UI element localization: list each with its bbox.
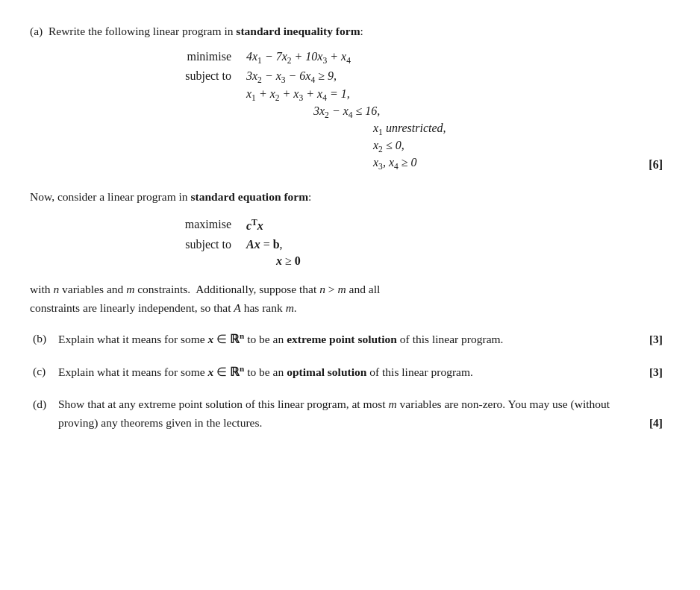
part-a-marks: [6] xyxy=(649,158,663,172)
part-b-label: (b) xyxy=(30,330,58,349)
maximise-row: maximise cTx xyxy=(164,218,663,233)
part-a-colon: : xyxy=(360,25,363,37)
part-d-label: (d) xyxy=(30,395,58,433)
part-a: (a) Rewrite the following linear program… xyxy=(30,22,663,172)
constraint-3-row: 3x2 − x4 ≤ 16, xyxy=(164,104,663,119)
constraint-6-indent2 xyxy=(313,156,373,171)
part-a-intro: Rewrite the following linear program in xyxy=(49,25,236,37)
constraint-4: x1 unrestricted, xyxy=(373,122,446,136)
part-d-m: m xyxy=(389,398,397,410)
part-d: (d) Show that at any extreme point solut… xyxy=(30,395,663,433)
part-b-extreme: extreme point solution xyxy=(287,333,397,345)
part-b-x: x xyxy=(208,333,214,345)
constraint-6-row: x3, x4 ≥ 0 xyxy=(164,156,663,171)
constraint-4-row: x1 unrestricted, xyxy=(164,122,663,136)
part-c-content: Explain what it means for some x ∈ ℝn to… xyxy=(58,363,663,382)
n-var: n xyxy=(53,283,59,295)
part-c-rn: ℝn xyxy=(230,365,244,378)
A-var: A xyxy=(234,301,240,314)
eq-subject-to-keyword: subject to xyxy=(164,238,246,251)
constraint-5-indent xyxy=(246,139,313,154)
part-b-content: Explain what it means for some x ∈ ℝn to… xyxy=(58,330,663,349)
section-bold: standard equation form xyxy=(191,190,309,203)
part-b: (b) Explain what it means for some x ∈ ℝ… xyxy=(30,330,663,349)
minimise-expr: 4x1 − 7x2 + 10x3 + x4 xyxy=(246,50,351,65)
minimise-row: minimise 4x1 − 7x2 + 10x3 + x4 xyxy=(164,50,663,65)
constraint-4-indent2 xyxy=(313,122,373,136)
part-c-marks: [3] xyxy=(649,363,663,382)
eq-constraint-2: x ≥ 0 xyxy=(276,254,301,268)
standard-eq-form: maximise cTx subject to Ax = b, x ≥ 0 xyxy=(30,218,663,267)
eq-subject-to-row: subject to Ax = b, xyxy=(164,238,663,251)
eq-constraint-2-spacer xyxy=(164,254,246,268)
constraint-3: 3x2 − x4 ≤ 16, xyxy=(313,104,380,119)
constraint-5-indent2 xyxy=(313,139,373,154)
m-var2: m xyxy=(337,283,346,295)
part-d-content: Show that at any extreme point solution … xyxy=(58,395,663,433)
part-b-rn: ℝn xyxy=(230,333,244,345)
eq-constraint-1: Ax = b, xyxy=(246,238,283,251)
constraint-2-row: x1 + x2 + x3 + x4 = 1, xyxy=(164,87,663,102)
part-a-header: (a) Rewrite the following linear program… xyxy=(30,22,663,40)
constraint-4-spacer xyxy=(164,122,246,136)
part-c: (c) Explain what it means for some x ∈ ℝ… xyxy=(30,363,663,382)
subject-to-row: subject to 3x2 − x3 − 6x4 ≥ 9, xyxy=(164,69,663,84)
section-intro: Now, consider a linear program in standa… xyxy=(30,188,663,207)
part-a-bold: standard inequality form xyxy=(236,25,360,37)
part-b-marks: [3] xyxy=(649,330,663,349)
page: { "part_a": { "label": "(a)", "intro": "… xyxy=(30,22,663,432)
constraint-1: 3x2 − x3 − 6x4 ≥ 9, xyxy=(246,69,337,84)
m-var: m xyxy=(126,283,134,295)
minimise-keyword: minimise xyxy=(164,50,246,65)
part-c-x: x xyxy=(208,365,214,378)
constraint-5-row: x2 ≤ 0, xyxy=(164,139,663,154)
constraint-6-indent xyxy=(246,156,313,171)
constraint-6: x3, x4 ≥ 0 xyxy=(373,156,417,171)
m-var3: m xyxy=(286,301,294,314)
maximise-keyword: maximise xyxy=(164,218,246,233)
subject-to-keyword: subject to xyxy=(164,69,246,84)
eq-indent xyxy=(246,254,276,268)
part-c-label: (c) xyxy=(30,363,58,382)
constraint-paragraph: with n variables and m constraints. Addi… xyxy=(30,280,663,318)
constraint-4-indent xyxy=(246,122,313,136)
constraint-5: x2 ≤ 0, xyxy=(373,139,404,154)
part-d-marks: [4] xyxy=(649,414,663,433)
constraint-2-spacer xyxy=(164,87,246,102)
part-a-label: (a) xyxy=(30,25,49,37)
n-var2: n xyxy=(319,283,325,295)
constraint-5-spacer xyxy=(164,139,246,154)
constraint-3-indent xyxy=(246,104,313,119)
part-c-optimal: optimal solution xyxy=(287,365,366,378)
eq-constraint-2-row: x ≥ 0 xyxy=(164,254,663,268)
maximise-expr: cTx xyxy=(246,218,263,233)
constraint-2: x1 + x2 + x3 + x4 = 1, xyxy=(246,87,350,102)
constraint-6-spacer xyxy=(164,156,246,171)
constraint-3-spacer xyxy=(164,104,246,119)
